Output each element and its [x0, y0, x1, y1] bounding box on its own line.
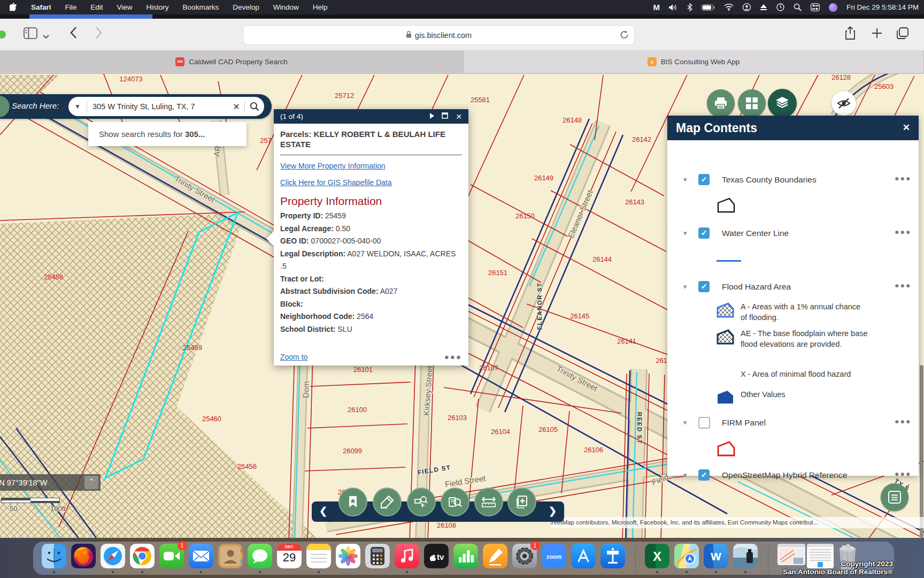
- malwarebytes-icon[interactable]: M: [653, 3, 660, 12]
- menu-clock[interactable]: Fri Dec 29 5:58:14 PM: [846, 3, 919, 11]
- forward-button[interactable]: [95, 26, 103, 41]
- siri-icon[interactable]: [829, 3, 837, 12]
- search-records-tool-button[interactable]: [441, 488, 469, 516]
- map-contents-close-icon[interactable]: ✕: [903, 122, 910, 133]
- search-suggestion[interactable]: Show search results for 305...: [88, 122, 247, 146]
- popup-next-icon[interactable]: [429, 112, 434, 120]
- layers-button[interactable]: [768, 89, 797, 118]
- hide-ui-button[interactable]: [831, 91, 856, 116]
- search-clear-icon[interactable]: ✕: [228, 102, 244, 112]
- layer-row-flood-hazard-area[interactable]: ▾✓Flood Hazard Area●●●: [667, 280, 919, 295]
- url-field[interactable]: gis.bisclient.com: [243, 25, 635, 45]
- spotlight-search-icon[interactable]: [794, 3, 802, 11]
- toolbar-prev-icon[interactable]: ❮: [319, 505, 327, 517]
- volume-icon[interactable]: [669, 4, 678, 11]
- control-center-icon[interactable]: [811, 3, 820, 11]
- ink-dock-icon[interactable]: [733, 544, 758, 568]
- layer-menu-dots[interactable]: ●●●: [895, 174, 911, 182]
- menu-item-view[interactable]: View: [117, 3, 133, 11]
- shapefile-link[interactable]: Click Here for GIS Shapefile Data: [280, 178, 462, 187]
- eject-icon[interactable]: [760, 4, 767, 11]
- layer-checkbox[interactable]: ✓: [698, 281, 710, 292]
- coordinate-collapse-icon[interactable]: ⌃: [84, 476, 98, 489]
- menu-item-file[interactable]: File: [65, 3, 77, 11]
- layer-menu-dots[interactable]: ●●●: [895, 469, 911, 478]
- apple-menu-icon[interactable]: [10, 3, 17, 12]
- time-machine-icon[interactable]: [776, 3, 784, 11]
- chrome-dock-icon[interactable]: [130, 544, 155, 568]
- layer-expand-icon[interactable]: ▾: [683, 176, 687, 184]
- keynote-dock-icon[interactable]: [600, 544, 625, 568]
- menu-item-window[interactable]: Window: [273, 3, 299, 11]
- basemap-gallery-button[interactable]: [738, 89, 766, 117]
- menu-item-develop[interactable]: Develop: [233, 3, 259, 11]
- bookmarks-tool-button[interactable]: [338, 488, 367, 516]
- draw-tool-button[interactable]: [373, 488, 402, 516]
- menu-item-history[interactable]: History: [147, 3, 169, 11]
- menu-app-name[interactable]: Safari: [31, 3, 51, 11]
- search-submit-icon[interactable]: [245, 102, 264, 111]
- layer-row-openstreetmap-hybrid-reference[interactable]: ▾✓OpenStreetMap Hybrid Reference●●●: [667, 469, 919, 484]
- maps-dock-icon[interactable]: [674, 544, 699, 568]
- photos-dock-icon[interactable]: [336, 544, 360, 568]
- layer-checkbox[interactable]: ✓: [698, 227, 710, 239]
- layer-expand-icon[interactable]: ▾: [683, 471, 687, 479]
- layer-expand-icon[interactable]: ▾: [683, 283, 687, 291]
- measure-tool-button[interactable]: [474, 488, 503, 516]
- calendar-dock-icon[interactable]: DEC29: [277, 544, 302, 568]
- reload-icon[interactable]: [620, 30, 629, 41]
- layer-row-firm-panel[interactable]: ▾FIRM Panel●●●: [667, 416, 919, 431]
- toolbar-next-icon[interactable]: ❯: [549, 505, 557, 517]
- popup-close-icon[interactable]: ✕: [456, 112, 462, 121]
- print-button[interactable]: [707, 89, 735, 117]
- tab-bis-consulting[interactable]: ◎ BIS Consulting Web App: [464, 50, 924, 73]
- select-tool-button[interactable]: [407, 488, 436, 516]
- layer-menu-dots[interactable]: ●●●: [895, 281, 911, 290]
- tab-overview-icon[interactable]: [896, 27, 909, 42]
- layer-checkbox[interactable]: ✓: [698, 174, 710, 185]
- battery-icon[interactable]: [702, 4, 715, 11]
- notes-dock-icon[interactable]: [306, 544, 331, 568]
- share-icon[interactable]: [845, 26, 856, 42]
- numbers-dock-icon[interactable]: [453, 544, 478, 568]
- tab-caldwell-cad[interactable]: BIS Caldwell CAD Property Search: [0, 50, 464, 73]
- layer-checkbox[interactable]: ✓: [698, 469, 710, 481]
- search-input[interactable]: ▼ 305 W Trinity St, Luling, TX, 7 ✕: [68, 97, 264, 116]
- sidebar-toggle-icon[interactable]: [24, 27, 37, 41]
- layer-menu-dots[interactable]: ●●●: [895, 227, 911, 236]
- traffic-light-green[interactable]: [0, 31, 6, 39]
- appletv-dock-icon[interactable]: tv: [424, 544, 449, 568]
- messages-dock-icon[interactable]: [248, 544, 272, 568]
- popup-menu-dots[interactable]: ●●●: [444, 352, 462, 361]
- layer-menu-dots[interactable]: ●●●: [895, 417, 911, 425]
- word-dock-icon[interactable]: W: [704, 544, 728, 568]
- user-account-icon[interactable]: [743, 3, 751, 11]
- layer-row-water-center-line[interactable]: ▾✓Water Center Line●●●: [667, 227, 919, 242]
- menu-item-edit[interactable]: Edit: [90, 3, 103, 11]
- popup-dock-icon[interactable]: [442, 112, 448, 120]
- safari-dock-icon[interactable]: [101, 544, 125, 568]
- pages-dock-icon[interactable]: [483, 544, 507, 568]
- back-button[interactable]: [70, 26, 77, 41]
- layer-expand-icon[interactable]: ▾: [683, 419, 687, 427]
- zoomapp-dock-icon[interactable]: zoom: [542, 544, 566, 568]
- view-more-link[interactable]: View More Property Information: [280, 162, 462, 170]
- menu-item-bookmarks[interactable]: Bookmarks: [183, 3, 219, 11]
- legend-button[interactable]: [881, 483, 908, 511]
- new-tab-icon[interactable]: [872, 28, 882, 41]
- layer-checkbox[interactable]: [698, 417, 710, 429]
- mail-dock-icon[interactable]: [189, 544, 213, 568]
- excel-dock-icon[interactable]: X: [645, 544, 669, 568]
- finder-dock-icon[interactable]: [42, 544, 66, 568]
- firefox-dock-icon[interactable]: [71, 544, 96, 568]
- facetime-dock-icon[interactable]: 1: [159, 544, 184, 568]
- bluetooth-icon[interactable]: [687, 3, 692, 11]
- music-dock-icon[interactable]: [395, 544, 419, 568]
- popup-header[interactable]: (1 of 4) ✕: [274, 109, 468, 124]
- add-data-tool-button[interactable]: [507, 488, 536, 516]
- calculator-dock-icon[interactable]: [365, 544, 390, 568]
- appstore-dock-icon[interactable]: [571, 544, 596, 568]
- layer-expand-icon[interactable]: ▾: [683, 229, 687, 237]
- zoom-to-link[interactable]: Zoom to: [280, 353, 307, 361]
- menu-item-help[interactable]: Help: [313, 3, 328, 11]
